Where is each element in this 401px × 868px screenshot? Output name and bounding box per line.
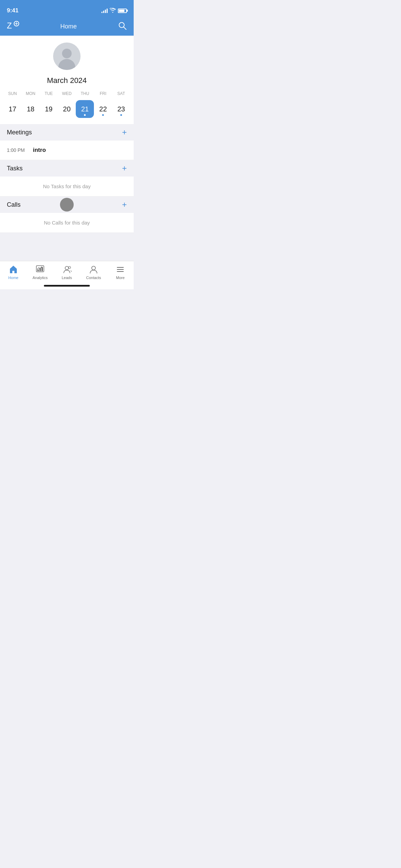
tab-home[interactable]: Home bbox=[0, 265, 27, 280]
status-icons bbox=[101, 8, 127, 14]
calendar-date-18[interactable]: 18 bbox=[22, 100, 40, 118]
home-icon bbox=[9, 265, 18, 274]
tab-home-label: Home bbox=[8, 276, 18, 280]
content-area: March 2024 SUN MON TUE WED THU FRI SAT 1… bbox=[0, 36, 134, 261]
day-label-fri: FRI bbox=[94, 90, 112, 97]
calendar-dates: 17 18 19 20 21 22 23 bbox=[3, 97, 130, 121]
svg-point-9 bbox=[69, 266, 71, 268]
tab-contacts[interactable]: Contacts bbox=[80, 265, 107, 280]
analytics-icon bbox=[35, 265, 45, 274]
search-icon[interactable] bbox=[118, 21, 127, 32]
calendar-date-19[interactable]: 19 bbox=[40, 100, 58, 118]
svg-rect-5 bbox=[37, 269, 39, 271]
day-label-sat: SAT bbox=[112, 90, 130, 97]
meeting-item[interactable]: 1:00 PM intro bbox=[0, 141, 134, 160]
calendar-section: March 2024 SUN MON TUE WED THU FRI SAT 1… bbox=[0, 73, 134, 124]
calls-title: Calls bbox=[7, 201, 21, 208]
tab-contacts-label: Contacts bbox=[86, 276, 101, 280]
spacer bbox=[0, 233, 134, 261]
calls-section-header: Calls + bbox=[0, 196, 134, 213]
calendar-date-17[interactable]: 17 bbox=[3, 100, 22, 118]
tasks-add-button[interactable]: + bbox=[122, 164, 127, 172]
svg-line-3 bbox=[123, 27, 126, 30]
tab-analytics-label: Analytics bbox=[33, 276, 48, 280]
meeting-name: intro bbox=[33, 147, 46, 154]
nav-title: Home bbox=[60, 23, 77, 30]
day-label-thu: THU bbox=[76, 90, 94, 97]
leads-icon bbox=[62, 265, 72, 274]
calendar-date-22[interactable]: 22 bbox=[94, 100, 112, 118]
avatar-person bbox=[53, 43, 81, 70]
calls-empty-state: No Calls for this day bbox=[0, 213, 134, 233]
wifi-icon bbox=[110, 8, 116, 14]
tab-leads-label: Leads bbox=[62, 276, 72, 280]
meetings-section-header: Meetings + bbox=[0, 124, 134, 141]
tab-more[interactable]: More bbox=[107, 265, 134, 280]
calendar-month: March 2024 bbox=[0, 73, 134, 90]
zia-logo[interactable]: Z bbox=[7, 20, 19, 33]
calendar-days-header: SUN MON TUE WED THU FRI SAT bbox=[3, 90, 130, 97]
calendar-date-23[interactable]: 23 bbox=[112, 100, 130, 118]
meetings-add-button[interactable]: + bbox=[122, 128, 127, 136]
signal-icon bbox=[101, 8, 108, 13]
calendar-date-20[interactable]: 20 bbox=[58, 100, 76, 118]
svg-rect-7 bbox=[41, 267, 43, 271]
svg-point-8 bbox=[65, 266, 69, 270]
calls-add-button[interactable]: + bbox=[122, 201, 127, 209]
tasks-title: Tasks bbox=[7, 165, 23, 172]
day-label-wed: WED bbox=[58, 90, 76, 97]
meetings-title: Meetings bbox=[7, 129, 32, 136]
avatar[interactable] bbox=[53, 43, 81, 70]
nav-bar: Z Home bbox=[0, 17, 134, 36]
day-label-tue: TUE bbox=[40, 90, 58, 97]
tab-leads[interactable]: Leads bbox=[53, 265, 80, 280]
tab-more-label: More bbox=[116, 276, 124, 280]
svg-point-10 bbox=[92, 266, 96, 270]
status-bar: 9:41 bbox=[0, 0, 134, 17]
tasks-empty-state: No Tasks for this day bbox=[0, 177, 134, 196]
more-icon bbox=[116, 265, 125, 274]
calendar-date-21-today[interactable]: 21 bbox=[76, 100, 94, 118]
battery-icon bbox=[118, 9, 127, 13]
tab-bar: Home Analytics Leads Contacts bbox=[0, 261, 134, 289]
tasks-section-header: Tasks + bbox=[0, 160, 134, 177]
day-label-mon: MON bbox=[22, 90, 40, 97]
avatar-section bbox=[0, 36, 134, 73]
svg-text:Z: Z bbox=[7, 21, 12, 30]
calls-indicator bbox=[60, 198, 74, 212]
meeting-time: 1:00 PM bbox=[7, 147, 27, 153]
tab-analytics[interactable]: Analytics bbox=[27, 265, 53, 280]
day-label-sun: SUN bbox=[3, 90, 22, 97]
contacts-icon bbox=[89, 265, 98, 274]
home-indicator bbox=[44, 285, 90, 287]
status-time: 9:41 bbox=[7, 7, 19, 14]
